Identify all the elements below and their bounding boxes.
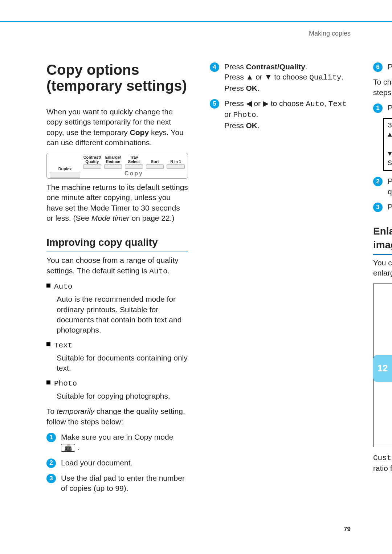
- step-3: 3 Use the dial pad to enter the number o…: [46, 473, 188, 494]
- default-step-3: 3 Press Stop/Exit.: [373, 202, 392, 212]
- square-bullet-icon: [46, 284, 50, 288]
- text-italic: temporarily: [57, 407, 94, 415]
- step-4: 4 Press Contrast/Quality. Press ▲ or ▼ t…: [210, 62, 351, 93]
- step-badge-icon: 2: [373, 177, 383, 186]
- text: .: [256, 110, 258, 118]
- text-mono: Custom(25-400%): [373, 454, 392, 462]
- text-bold: OK: [246, 84, 258, 92]
- bullet-desc: Auto is the recommended mode for ordinar…: [57, 294, 188, 335]
- text: Press ▲ or ▼ to choose the copy quality.…: [388, 177, 392, 195]
- bullet-text: Text: [46, 341, 188, 351]
- text-bold: OK: [246, 121, 258, 130]
- text: .: [341, 73, 343, 81]
- text: Press: [388, 203, 392, 211]
- panel-caption: Copy: [83, 170, 185, 178]
- heading-enlarging: Enlarging or reducing the image copied: [373, 224, 392, 255]
- key-label: N in 1: [170, 159, 181, 164]
- text: Press: [388, 103, 392, 112]
- intro-paragraph-1: When you want to quickly change the copy…: [46, 107, 188, 148]
- magnifier-icon: ⌕: [376, 310, 392, 327]
- step-2: 2 Load your document.: [46, 458, 188, 468]
- running-header: Making copies: [309, 29, 351, 38]
- step-6: 6 Press Black Start or Color Start.: [373, 62, 392, 72]
- step-badge-icon: 6: [373, 62, 383, 72]
- text: Press ▲ or ▼ to choose: [224, 73, 309, 81]
- key-label: Sort: [151, 159, 159, 164]
- copy-mode-key-icon: 📠: [61, 444, 75, 452]
- text: Press: [224, 121, 246, 130]
- improve-intro: You can choose from a range of quality s…: [46, 255, 188, 277]
- intro-paragraph-2: The machine returns to its default setti…: [46, 182, 188, 223]
- square-bullet-icon: [46, 342, 50, 346]
- bullet-label: Text: [54, 341, 72, 351]
- step-badge-icon: 1: [46, 433, 56, 442]
- text-mono: Photo: [233, 111, 256, 119]
- text-mono: Auto: [149, 267, 167, 276]
- key-label: Contrast/ Quality: [83, 155, 101, 164]
- bullet-photo: Photo: [46, 379, 188, 389]
- text: Press ◀ or ▶ to choose: [224, 99, 306, 107]
- text: Press: [224, 84, 246, 92]
- text: .: [305, 62, 307, 71]
- text: .: [257, 84, 260, 92]
- key-label: Tray Select: [128, 155, 140, 164]
- key-label: Duplex: [58, 167, 72, 171]
- text: To change the: [373, 78, 392, 86]
- temporary-intro: To temporarily change the quality settin…: [46, 406, 188, 427]
- text: .: [168, 266, 170, 275]
- key-label: Enlarge/ Reduce: [105, 155, 121, 164]
- step-badge-icon: 5: [210, 99, 219, 109]
- text-mono: Text: [328, 100, 347, 108]
- step-5: 5 Press ◀ or ▶ to choose Auto, Text or P…: [210, 98, 351, 131]
- page-rule: [0, 21, 392, 22]
- text: Press: [388, 62, 392, 71]
- bullet-desc: Suitable for copying photographs.: [57, 391, 188, 401]
- step-badge-icon: 3: [46, 474, 56, 483]
- bullet-label: Photo: [54, 379, 77, 389]
- text: To: [46, 407, 57, 415]
- default-intro: To change the default setting, follow th…: [373, 77, 392, 98]
- enlarge-reduce-label: Enlarge/ Reduce: [376, 298, 392, 310]
- copy-keys-illustration: Duplex Contrast/ Quality Enlarge/ Reduce…: [46, 153, 188, 179]
- text: on page 22.): [130, 214, 175, 222]
- step-badge-icon: 4: [210, 62, 219, 72]
- step-badge-icon: 1: [373, 103, 383, 113]
- text: Press: [224, 62, 246, 71]
- text: Use the dial pad to enter the number of …: [61, 473, 188, 494]
- text: Load your document.: [61, 458, 188, 468]
- bullet-desc: Suitable for documents containing only t…: [57, 353, 188, 374]
- default-step-2: 2 Press ▲ or ▼ to choose the copy qualit…: [373, 176, 392, 197]
- chapter-tab: 12: [373, 355, 392, 382]
- step-1: 1 Make sure you are in Copy mode 📠 .: [46, 432, 188, 453]
- custom-ratio-note: Custom(25-400%) allows you to enter a ra…: [373, 452, 392, 474]
- square-bullet-icon: [46, 380, 50, 384]
- text: Press: [376, 285, 392, 295]
- text: .: [257, 121, 260, 130]
- lcd-display: 31.Quality ▲ Auto Text ▼ Photo Select ▲▼…: [383, 118, 392, 171]
- text: ,: [324, 99, 328, 107]
- page-title: Copy options (temporary settings): [46, 62, 188, 94]
- text-bold: Copy: [130, 128, 149, 137]
- text-mono: Quality: [309, 73, 341, 82]
- text-mono: Auto: [306, 100, 324, 108]
- bullet-auto: Auto: [46, 282, 188, 292]
- heading-improving-quality: Improving copy quality: [46, 236, 188, 252]
- enlarge-intro: You can choose the following enlargement…: [373, 258, 392, 278]
- text-bold: Contrast/Quality: [246, 62, 305, 71]
- step-badge-icon: 2: [46, 459, 56, 468]
- step-badge-icon: 3: [373, 203, 383, 212]
- bullet-label: Auto: [54, 282, 72, 292]
- default-step-1: 1 Press Menu, 3, 1.: [373, 103, 392, 113]
- page-number: 79: [344, 525, 351, 534]
- text-italic: Mode timer: [91, 214, 130, 222]
- text: or: [224, 110, 233, 118]
- text: Make sure you are in Copy mode: [61, 433, 173, 441]
